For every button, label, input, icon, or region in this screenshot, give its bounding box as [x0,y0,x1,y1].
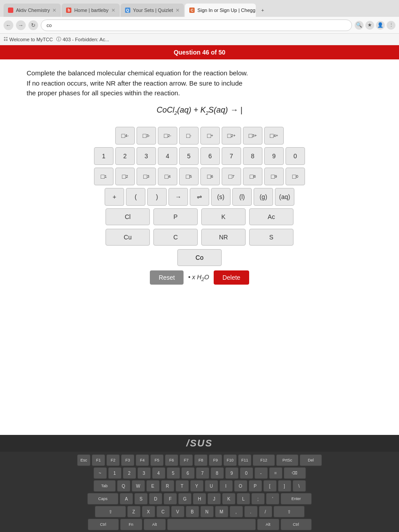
sub7-btn[interactable]: □7 [222,168,241,185]
kb-v[interactable]: V [171,506,184,517]
num3-btn[interactable]: 3 [137,147,156,165]
kb-d[interactable]: D [149,493,162,505]
num8-btn[interactable]: 8 [243,147,262,165]
kb-esc[interactable]: Esc [77,454,90,466]
kb-enter[interactable]: Enter [281,493,312,505]
kb-rctrl[interactable]: Ctrl [281,519,312,530]
arrow-btn[interactable]: → [168,188,188,206]
kb-t[interactable]: T [176,480,189,492]
kb-p[interactable]: P [249,480,262,492]
sup4plus-btn[interactable]: □4+ [264,127,284,145]
kb-k[interactable]: K [222,493,235,505]
sub4-btn[interactable]: □4 [158,168,177,185]
search-icon[interactable]: 🔍 [355,21,364,30]
kb-f8[interactable]: F8 [194,454,207,466]
k-btn[interactable]: K [201,208,246,225]
solid-btn[interactable]: (s) [211,188,231,206]
kb-f9[interactable]: F9 [209,454,222,466]
kb-caps[interactable]: Caps [87,493,118,505]
cu-btn[interactable]: Cu [106,229,150,246]
sup3plus-btn[interactable]: □3+ [243,127,262,145]
kb-b[interactable]: B [186,506,199,517]
new-tab-button[interactable]: + [257,4,268,17]
kb-backslash[interactable]: \ [293,480,306,492]
num1-btn[interactable]: 1 [94,147,113,165]
kb-w[interactable]: W [132,480,145,492]
liquid-btn[interactable]: (l) [232,188,252,206]
p-btn[interactable]: P [153,208,198,225]
kb-g[interactable]: G [178,493,192,505]
kb-f2[interactable]: F2 [106,454,120,466]
kb-f4[interactable]: F4 [136,454,149,466]
delete-button[interactable]: Delete [214,270,249,285]
num4-btn[interactable]: 4 [158,147,177,165]
kb-u[interactable]: U [205,480,218,492]
sub9-btn[interactable]: □9 [264,168,284,185]
kb-2[interactable]: 2 [123,467,136,479]
kb-f3[interactable]: F3 [121,454,134,466]
kb-1[interactable]: 1 [108,467,121,479]
profile-icon[interactable]: 👤 [376,21,385,30]
kb-tab[interactable]: Tab [94,480,116,492]
sup1minus-btn[interactable]: □- [179,127,199,145]
kb-a[interactable]: A [120,493,133,505]
kb-ralt[interactable]: Alt [257,519,279,530]
kb-f7[interactable]: F7 [180,454,193,466]
forward-button[interactable]: → [16,20,26,30]
kb-lshift[interactable]: ⇧ [95,506,126,517]
kb-period[interactable]: . [244,506,258,517]
kb-comma[interactable]: , [230,506,243,517]
kb-h[interactable]: H [193,493,206,505]
kb-o[interactable]: O [234,480,247,492]
kb-del[interactable]: Del [300,454,322,466]
tab-chegg[interactable]: C Sign In or Sign Up | Chegg.c... ✕ [185,4,256,17]
num6-btn[interactable]: 6 [200,147,220,165]
tab-quizlet[interactable]: Q Your Sets | Quizlet ✕ [121,4,184,17]
kb-semicolon[interactable]: ; [251,493,265,505]
kb-e[interactable]: E [146,480,160,492]
kb-minus[interactable]: - [254,467,268,479]
kb-7[interactable]: 7 [196,467,209,479]
reset-button[interactable]: Reset [150,270,184,285]
kb-j[interactable]: J [207,493,221,505]
tab-close-aktiv[interactable]: ✕ [52,8,56,13]
back-button[interactable]: ← [4,20,13,30]
sub1-btn[interactable]: □1 [94,168,113,185]
tab-close-quizlet[interactable]: ✕ [176,8,180,13]
kb-space[interactable] [167,519,256,530]
kb-y[interactable]: Y [190,480,203,492]
sub2-btn[interactable]: □2 [115,168,135,185]
s-btn[interactable]: S [249,229,293,246]
lparen-btn[interactable]: ( [126,188,145,206]
kb-f12[interactable]: F12 [253,454,275,466]
kb-6[interactable]: 6 [181,467,195,479]
sub6-btn[interactable]: □6 [200,168,220,185]
sub3-btn[interactable]: □3 [137,168,156,185]
kb-equals[interactable]: = [269,467,282,479]
kb-m[interactable]: M [215,506,228,517]
kb-z[interactable]: Z [127,506,141,517]
kb-quote[interactable]: ' [266,493,279,505]
kb-rbracket[interactable]: ] [278,480,291,492]
kb-l[interactable]: L [237,493,250,505]
kb-rshift[interactable]: ⇧ [274,506,305,517]
kb-fn[interactable]: Fn [120,519,142,530]
num7-btn[interactable]: 7 [222,147,241,165]
kb-lbracket[interactable]: [ [263,480,277,492]
nr-btn[interactable]: NR [201,229,246,246]
kb-f11[interactable]: F11 [238,454,251,466]
plus-btn[interactable]: + [105,188,124,206]
kb-3[interactable]: 3 [137,467,151,479]
address-input[interactable] [41,20,352,31]
sup4minus-btn[interactable]: □4- [115,127,135,145]
kb-s[interactable]: S [134,493,148,505]
bookmark-403[interactable]: ⓘ 403 - Forbidden: Ac... [56,36,109,43]
kb-8[interactable]: 8 [211,467,224,479]
menu-icon[interactable]: ⋮ [387,21,395,30]
kb-f10[interactable]: F10 [223,454,237,466]
kb-tilde[interactable]: ~ [94,467,107,479]
ac-btn[interactable]: Ac [249,208,293,225]
kb-n[interactable]: N [200,506,214,517]
co-btn[interactable]: Co [177,249,222,266]
cl-btn[interactable]: Cl [106,208,150,225]
